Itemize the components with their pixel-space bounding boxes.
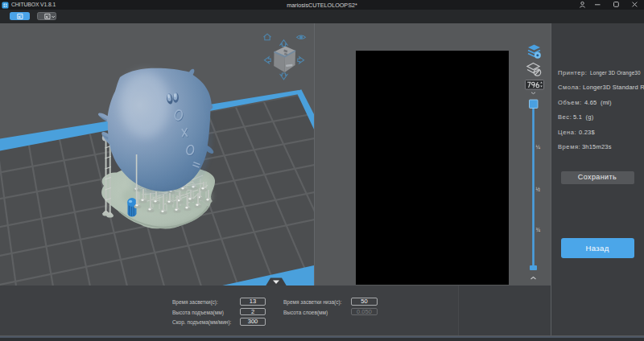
svg-text:¾: ¾ bbox=[536, 227, 541, 232]
svg-text:¼: ¼ bbox=[536, 144, 541, 150]
svg-text:½: ½ bbox=[536, 187, 541, 192]
